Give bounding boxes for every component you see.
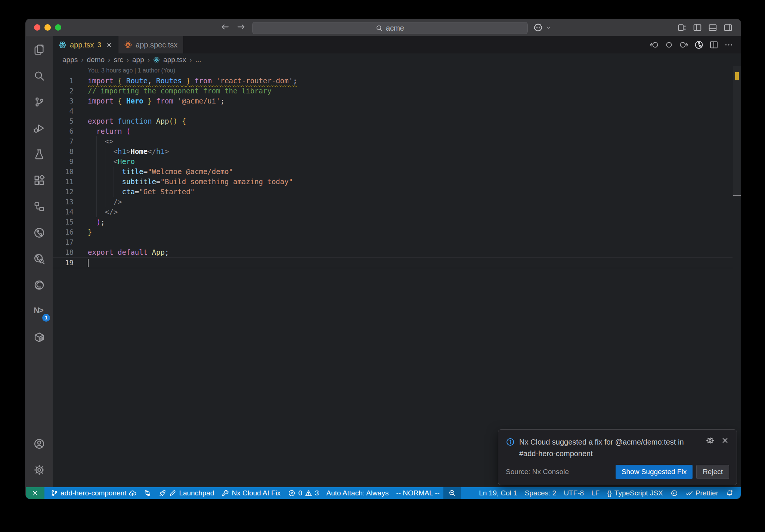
code-line-3[interactable]: 3import { Hero } from '@acme/ui'; [53, 96, 733, 106]
status-nx-cloud-ai-fix[interactable]: Nx Cloud AI Fix [218, 487, 284, 499]
code-line-18[interactable]: 18export default App; [53, 247, 733, 257]
status-launchpad-label: Launchpad [179, 489, 214, 497]
line-content: export default App; [88, 247, 169, 257]
traffic-light-minimize[interactable] [44, 24, 51, 31]
status-problems[interactable]: 03 [284, 487, 322, 499]
code-line-15[interactable]: 15 ); [53, 217, 733, 227]
activity-run-and-debug[interactable] [30, 119, 48, 137]
layout-panel-icon [708, 23, 717, 32]
activity-manage[interactable] [30, 461, 48, 479]
activity-nx-console[interactable]: N>1 [30, 302, 48, 320]
activity-accounts[interactable] [30, 435, 48, 453]
status-indentation[interactable]: Spaces: 2 [521, 487, 560, 499]
editor-group: app.tsx3app.spec.tsx apps›demo›src›app›a… [53, 36, 741, 487]
change-marker-button[interactable] [665, 40, 673, 49]
status-encoding[interactable]: UTF-8 [560, 487, 588, 499]
breadcrumb-item-app[interactable]: app [132, 56, 144, 64]
overview-ruler[interactable] [733, 66, 741, 487]
scrollbar-thumb[interactable] [733, 66, 741, 195]
code-line-16[interactable]: 16} [53, 227, 733, 237]
status-notifications-bell[interactable] [722, 487, 737, 499]
breadcrumb-overflow[interactable]: ... [195, 56, 201, 64]
activity-search[interactable] [30, 67, 48, 85]
graph-circle-icon [34, 227, 45, 238]
status-indentation-label: Spaces: 2 [525, 489, 557, 497]
code-line-5[interactable]: 5export function App() { [53, 116, 733, 126]
notification-toast: Nx Cloud suggested a fix for @acme/demo:… [498, 429, 737, 485]
notification-settings-icon[interactable] [706, 436, 714, 445]
status-compare-changes[interactable] [140, 487, 155, 499]
toggle-primary-sidebar-button[interactable] [693, 23, 702, 34]
line-content: </> [88, 207, 118, 217]
previous-change-button[interactable] [650, 40, 659, 49]
status-launchpad[interactable]: Launchpad [155, 487, 218, 499]
status-language-mode[interactable]: {}TypeScript JSX [603, 487, 667, 499]
status-cursor-position[interactable]: Ln 19, Col 1 [475, 487, 521, 499]
code-line-17[interactable]: 17 [53, 237, 733, 247]
toggle-panel-button[interactable] [708, 23, 717, 34]
line-content: import { Hero } from '@acme/ui'; [88, 96, 224, 106]
status-branch[interactable]: add-hero-component [47, 487, 140, 499]
toggle-secondary-sidebar-button[interactable] [724, 23, 733, 34]
code-line-9[interactable]: 9 <Hero [53, 157, 733, 167]
activity-explorer[interactable] [30, 41, 48, 59]
status-vim-mode[interactable]: -- NORMAL -- [392, 487, 443, 499]
code-line-1[interactable]: 1import { Route, Routes } from 'react-ro… [53, 76, 733, 86]
code-editor[interactable]: You, 3 hours ago | 1 author (You) 1impor… [53, 66, 741, 487]
status-formatter[interactable]: Prettier [682, 487, 722, 499]
activity-graph-search[interactable] [30, 250, 48, 268]
close-icon[interactable] [721, 436, 729, 445]
activity-references[interactable] [30, 198, 48, 216]
code-line-12[interactable]: 12 cta="Get Started" [53, 187, 733, 197]
code-line-6[interactable]: 6 return ( [53, 126, 733, 136]
code-line-14[interactable]: 14 </> [53, 207, 733, 217]
code-line-2[interactable]: 2// importing the component from the lib… [53, 86, 733, 96]
breadcrumb-item-src[interactable]: src [114, 56, 123, 64]
code-line-7[interactable]: 7 <> [53, 136, 733, 146]
code-line-19[interactable]: 19 [53, 257, 733, 268]
activity-project-graph[interactable] [30, 224, 48, 242]
nav-forward-button[interactable] [236, 22, 246, 33]
line-number: 9 [53, 157, 74, 167]
activity-bar-top: N>1 [30, 41, 48, 355]
code-line-8[interactable]: 8 <h1>Home</h1> [53, 146, 733, 157]
breadcrumb-file[interactable]: app.tsx [163, 56, 186, 64]
show-suggested-fix-button[interactable]: Show Suggested Fix [616, 465, 693, 479]
status-copilot-status[interactable] [667, 487, 682, 499]
status-nx-cloud-ai-fix-label: Nx Cloud AI Fix [232, 489, 281, 497]
activity-edge-tools[interactable] [30, 276, 48, 294]
customize-layout-button[interactable] [678, 23, 687, 34]
line-number: 14 [53, 207, 74, 217]
breadcrumb-item-apps[interactable]: apps [62, 56, 78, 64]
code-line-13[interactable]: 13 /> [53, 197, 733, 207]
commit-graph-button[interactable] [694, 40, 703, 49]
traffic-light-zoom[interactable] [55, 24, 61, 31]
status-eol[interactable]: LF [588, 487, 603, 499]
nav-back-button[interactable] [220, 22, 230, 33]
activity-testing[interactable] [30, 145, 48, 163]
code-line-4[interactable]: 4 [53, 106, 733, 116]
reject-button[interactable]: Reject [696, 465, 729, 479]
remote-indicator[interactable] [26, 487, 44, 499]
activity-source-control[interactable] [30, 93, 48, 111]
copilot-menu[interactable] [533, 22, 551, 33]
files-icon [34, 44, 45, 55]
notification-source: Source: Nx Console [506, 468, 569, 476]
react-icon [124, 41, 132, 49]
activity-containers[interactable] [30, 328, 48, 346]
status-zoom-indicator[interactable] [443, 487, 461, 499]
next-change-button[interactable] [679, 40, 688, 49]
traffic-light-close[interactable] [34, 24, 40, 31]
status-auto-attach[interactable]: Auto Attach: Always [323, 487, 393, 499]
tab-app.spec.tsx[interactable]: app.spec.tsx [118, 36, 183, 53]
breadcrumb-item-demo[interactable]: demo [87, 56, 105, 64]
split-editor-button[interactable] [709, 40, 718, 49]
activity-extensions[interactable] [30, 171, 48, 189]
code-line-10[interactable]: 10 title="Welcmoe @acme/demo" [53, 167, 733, 177]
tab-app.tsx[interactable]: app.tsx3 [53, 36, 118, 53]
tab-close-icon[interactable] [106, 42, 112, 48]
more-actions-button[interactable] [724, 40, 733, 49]
code-line-11[interactable]: 11 subtitle="Build something amazing tod… [53, 177, 733, 187]
breadcrumb: apps›demo›src›app›app.tsx›... [53, 53, 741, 66]
command-center-search[interactable]: acme [252, 22, 528, 34]
